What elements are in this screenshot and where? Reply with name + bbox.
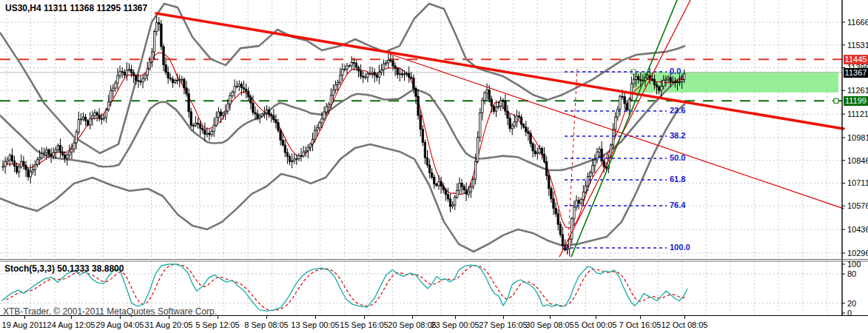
time-axis-label: 8 Sep 08:05 xyxy=(244,320,288,329)
candle-body xyxy=(34,165,36,170)
candle-body xyxy=(447,195,448,199)
candle-body xyxy=(202,128,203,130)
candle-body xyxy=(206,133,208,134)
candle-body xyxy=(240,84,242,88)
time-tick xyxy=(266,316,267,319)
time-tick xyxy=(596,316,596,319)
candle-body xyxy=(121,72,123,73)
candle-body xyxy=(126,70,127,75)
candle-body xyxy=(103,118,104,119)
candle-body xyxy=(349,66,350,67)
time-axis-label: 24 Aug 12:05 xyxy=(47,320,95,329)
time-axis-label: 30 Sep 08:05 xyxy=(525,320,573,329)
time-tick xyxy=(412,316,413,319)
candle-body xyxy=(472,179,474,186)
candle-body xyxy=(438,181,440,185)
price-axis-label: 11121 xyxy=(847,110,868,118)
candle-body xyxy=(482,101,483,113)
candle-body xyxy=(440,181,442,186)
candle-body xyxy=(403,74,405,75)
candle-body xyxy=(190,112,192,125)
candle-body xyxy=(523,124,525,127)
candle-body xyxy=(399,74,400,75)
candle-body xyxy=(638,77,639,80)
candle-body xyxy=(27,169,29,177)
candle-body xyxy=(424,142,425,158)
candle-body xyxy=(67,155,68,158)
candle-body xyxy=(50,155,52,156)
candle-body xyxy=(248,92,249,97)
candle-body xyxy=(401,74,403,75)
fib-level-label: 38.2 xyxy=(670,131,685,140)
candle-body xyxy=(514,122,515,126)
candle-body xyxy=(571,218,573,239)
candle-body xyxy=(658,87,659,90)
time-axis-label: 15 Sep 16:05 xyxy=(340,320,388,329)
candle-body xyxy=(667,78,669,79)
candle-body xyxy=(64,155,66,158)
time-tick xyxy=(455,316,456,319)
stochastic-readout: Stoch(5,3,3) 50.1333 38.8800 xyxy=(4,263,124,274)
candle-body xyxy=(672,81,673,82)
candle-body xyxy=(394,66,396,69)
candle-body xyxy=(184,79,185,88)
candle-body xyxy=(55,150,56,152)
candle-body xyxy=(353,63,354,64)
candle-body xyxy=(75,132,77,144)
candle-body xyxy=(585,186,586,192)
candle-body xyxy=(612,130,613,145)
candle-body xyxy=(294,159,295,161)
candle-body xyxy=(41,153,43,158)
candle-body xyxy=(546,161,548,175)
candle-body xyxy=(426,158,428,165)
fib-level-label: 50.0 xyxy=(670,153,685,162)
candle-body xyxy=(119,72,121,76)
time-axis-label: 20 Sep 08:05 xyxy=(388,320,436,329)
candle-body xyxy=(553,199,554,209)
candle-body xyxy=(676,81,678,82)
candle-body xyxy=(509,118,511,129)
fib-level-label: 100.0 xyxy=(670,243,690,252)
candle-body xyxy=(87,121,89,125)
candle-body xyxy=(307,147,309,151)
candle-body xyxy=(670,78,671,81)
candle-body xyxy=(153,32,155,53)
candle-body xyxy=(463,186,465,190)
fib-level-label: 0.0 xyxy=(670,67,681,75)
candle-body xyxy=(46,149,47,152)
candle-body xyxy=(275,120,277,123)
time-axis-label: 19 Aug 2011 xyxy=(2,320,47,329)
main-chart-panel[interactable]: 0.023.638.250.061.876.4100.0 xyxy=(0,0,868,260)
candle-body xyxy=(192,125,194,126)
candle-body xyxy=(326,107,327,112)
candle-body xyxy=(357,67,359,71)
candle-body xyxy=(674,81,676,83)
candle-body xyxy=(163,47,164,65)
candle-body xyxy=(277,123,279,131)
candle-body xyxy=(420,115,421,130)
candle-body xyxy=(502,101,504,102)
candle-body xyxy=(397,69,398,75)
time-tick xyxy=(364,316,365,319)
candle-body xyxy=(36,160,38,165)
candle-body xyxy=(213,125,215,131)
candle-body xyxy=(32,169,33,172)
candle-body xyxy=(465,190,467,195)
hline-handle[interactable] xyxy=(834,98,838,103)
fib-level-label: 61.8 xyxy=(670,175,685,184)
candle-body xyxy=(149,62,150,69)
candle-body xyxy=(130,70,132,73)
time-axis-label: 27 Sep 16:05 xyxy=(479,320,527,329)
price-axis-label: 10846 xyxy=(847,156,868,165)
candle-body xyxy=(500,101,502,107)
candle-body xyxy=(266,110,267,113)
candle-body xyxy=(330,95,332,104)
time-tick xyxy=(218,316,218,319)
candle-body xyxy=(548,175,550,188)
candle-body xyxy=(101,118,102,119)
candle-body xyxy=(562,235,563,246)
candle-body xyxy=(653,79,655,84)
candle-body xyxy=(406,73,407,74)
candle-body xyxy=(626,104,628,110)
candle-body xyxy=(477,138,479,162)
